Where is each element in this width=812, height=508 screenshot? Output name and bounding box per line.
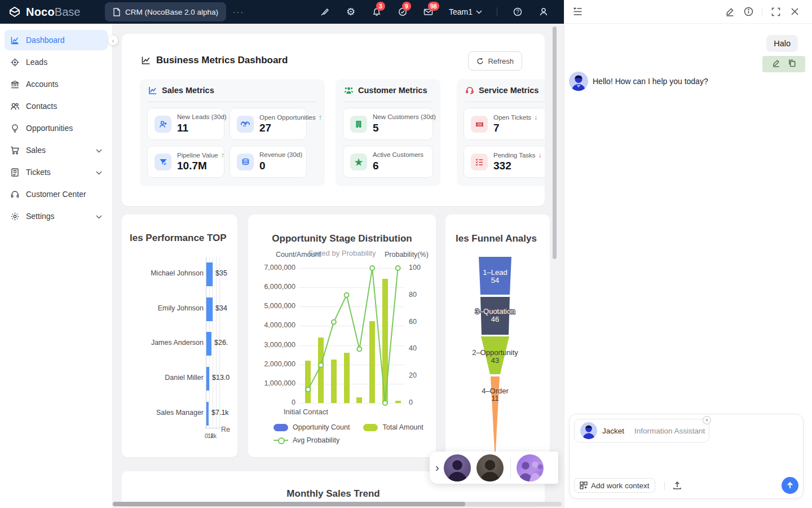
collapse-sidebar-button[interactable]: ‹ [108, 36, 118, 45]
divider [465, 102, 545, 102]
funnel-value: 43 [491, 356, 499, 365]
total-amount-bar[interactable] [356, 397, 362, 403]
team-selector[interactable]: Team1 [449, 7, 482, 16]
sidebar-item-customer-center[interactable]: Customer Center [5, 184, 108, 204]
logo-text-light: Base [55, 6, 81, 18]
horizontal-scrollbar-thumb[interactable] [113, 502, 465, 506]
line-data-point [345, 293, 349, 297]
ai-employee-avatar[interactable] [476, 454, 504, 481]
sidebar-item-leads[interactable]: Leads [5, 52, 108, 72]
info-icon[interactable] [743, 7, 753, 17]
vertical-scrollbar[interactable] [553, 27, 557, 259]
leads-target-icon [10, 58, 20, 67]
metric-card-new-leads: New Leads (30d) 11 [147, 108, 224, 140]
ticket-icon [471, 116, 488, 133]
accounts-bank-icon [10, 80, 20, 89]
sidebar-item-contacts[interactable]: Contacts [5, 96, 108, 116]
chevron-down-icon [96, 146, 102, 155]
right-axis-tick: 60 [409, 318, 417, 326]
chevron-down-icon [96, 168, 102, 177]
fullscreen-icon[interactable] [771, 7, 781, 17]
chat-input[interactable] [577, 447, 792, 476]
sidebar-item-tickets[interactable]: Tickets [5, 162, 108, 182]
todo-check-icon[interactable]: 9 [397, 6, 408, 17]
legend-label: Opportunity Count [293, 423, 350, 431]
funnel-label: 3–Quotation [475, 307, 515, 316]
opportunity-count-swatch[interactable] [273, 424, 288, 431]
notifications-bell-icon[interactable]: 3 [371, 6, 382, 17]
revenue-bar[interactable] [206, 332, 211, 356]
horizontal-scrollbar-track[interactable] [113, 502, 562, 506]
divider [510, 458, 511, 478]
star-icon: ★ [350, 154, 367, 170]
avg-probability-swatch[interactable] [273, 440, 288, 441]
gear-icon[interactable]: ⚙ [345, 6, 356, 17]
total-amount-bar[interactable] [395, 401, 401, 403]
contacts-people-icon [10, 102, 20, 111]
ai-team-avatar[interactable] [517, 454, 544, 481]
upload-icon[interactable] [672, 480, 683, 492]
dashboard-chart-icon [10, 36, 20, 45]
edit-message-icon[interactable] [772, 59, 780, 69]
toggle-history-icon[interactable] [572, 7, 582, 17]
refresh-icon [476, 58, 484, 65]
bell-badge: 3 [376, 2, 385, 11]
trend-up-icon: ↑ [221, 151, 224, 159]
service-metrics-header: Service Metrics [465, 86, 539, 95]
metric-label: Pending Tasks [493, 152, 536, 159]
line-data-point [357, 347, 361, 351]
headset-icon [10, 190, 20, 199]
sidebar-item-sales[interactable]: Sales [5, 140, 108, 160]
new-chat-pencil-icon[interactable] [725, 7, 735, 17]
sidebar-item-label: Settings [26, 212, 55, 221]
revenue-bar[interactable] [206, 297, 213, 321]
left-axis-tick: 3,000,000 [248, 341, 295, 349]
metric-label: Pipeline Value [177, 152, 218, 159]
close-icon[interactable] [789, 7, 800, 17]
nocobase-logo[interactable]: NocoBase [0, 5, 105, 19]
total-amount-bar[interactable] [305, 361, 311, 403]
total-amount-bar[interactable] [331, 360, 337, 403]
add-work-context-button[interactable]: Add work context [574, 478, 655, 493]
metric-card-revenue: Revenue (30d) 0 [230, 146, 307, 178]
left-axis-tick: 0 [248, 398, 295, 406]
revenue-bar[interactable] [206, 367, 209, 391]
trend-down-icon: ↓ [539, 151, 542, 159]
nocobase-logo-icon [8, 5, 21, 19]
funnel-value: 46 [491, 315, 499, 323]
performance-bar-chart: Re Michael Johnson$35Emily Johnson$34Jam… [122, 214, 237, 457]
total-amount-bar[interactable] [318, 338, 324, 403]
agent-chip[interactable]: Jacket Information Assistant × [574, 419, 709, 443]
more-tabs-icon[interactable]: ··· [233, 7, 244, 16]
highlighter-icon[interactable] [319, 6, 330, 17]
send-button[interactable] [782, 477, 798, 494]
expand-dock-icon[interactable]: › [430, 461, 444, 474]
legend-row: Opportunity Count Total Amount [273, 423, 423, 431]
total-amount-bar[interactable] [369, 321, 375, 403]
metric-card-open-tickets: Open Tickets↓ 7 [464, 108, 545, 140]
total-amount-swatch[interactable] [363, 424, 378, 431]
sidebar-item-settings[interactable]: Settings [5, 206, 108, 226]
copy-message-icon[interactable] [788, 59, 796, 69]
mail-icon[interactable]: 98 [423, 6, 434, 17]
sidebar-item-accounts[interactable]: Accounts [5, 74, 108, 94]
refresh-button[interactable]: Refresh [468, 51, 522, 71]
right-axis-tick: 80 [409, 291, 417, 299]
bar-category-label: Michael Johnson [122, 269, 204, 277]
ai-employee-avatar[interactable] [444, 454, 471, 481]
total-amount-bar[interactable] [344, 353, 350, 403]
app-region: NocoBase CRM (NocoBase 2.0 alpha) ··· ⚙ … [0, 0, 564, 508]
tab-crm[interactable]: CRM (NocoBase 2.0 alpha) [105, 2, 226, 21]
total-amount-bar[interactable] [382, 279, 388, 403]
help-icon[interactable]: ? [512, 6, 523, 17]
sidebar-item-dashboard[interactable]: Dashboard [5, 30, 108, 50]
divider [664, 481, 665, 491]
revenue-bar[interactable] [206, 402, 209, 426]
bar-value-label: $34 [215, 304, 227, 312]
sidebar-item-opportunities[interactable]: Opportunities [5, 118, 108, 138]
bar-value-label: $26. [214, 339, 228, 347]
remove-agent-icon[interactable]: × [703, 416, 711, 424]
user-message-bubble: Halo [766, 35, 798, 52]
user-profile-icon[interactable] [538, 6, 549, 17]
revenue-bar[interactable] [206, 262, 213, 286]
